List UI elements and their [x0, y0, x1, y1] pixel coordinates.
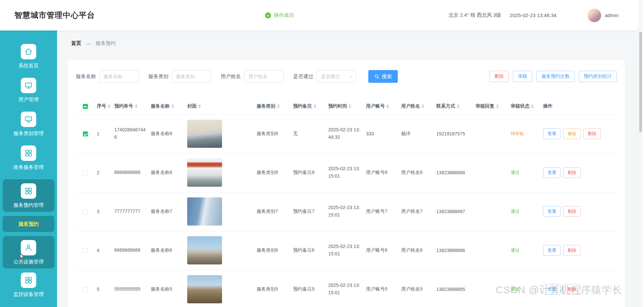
cell-remark: 预约备注8 — [291, 153, 326, 192]
cell-remark: 无 — [291, 114, 326, 153]
delete-button[interactable]: 删除 — [563, 245, 581, 256]
column-header-label: 预约时间 — [328, 103, 347, 109]
cell-user_name: 杨洋 — [399, 114, 434, 153]
delete-button[interactable]: 删除 — [583, 128, 601, 139]
column-header[interactable]: 联系方式 — [434, 98, 474, 114]
sidebar-item-服务预约[interactable]: 服务预约 — [3, 216, 54, 232]
column-header-label: 操作 — [543, 103, 552, 109]
sidebar-item-系统首页[interactable]: 系统首页 — [18, 44, 39, 69]
table-row: 28888888888服务名称8服务类别8预约备注82025-02-23 13:… — [76, 153, 617, 192]
cell-index: 4 — [95, 231, 112, 270]
column-header[interactable]: 审核状态 — [508, 98, 541, 114]
monitor-icon — [21, 78, 36, 93]
sort-carets-icon[interactable] — [422, 104, 424, 108]
table-header-row: 序号预约单号服务名称封面服务类别预约备注预约时间用户账号用户姓名联系方式审核回复… — [76, 98, 617, 114]
column-header[interactable]: 预约备注 — [291, 98, 326, 114]
cell-remark: 预约备注7 — [291, 192, 326, 231]
sidebar-item-label: 用户管理 — [18, 97, 39, 103]
delete-button[interactable]: 删除 — [563, 206, 581, 217]
edit-button[interactable]: 修改 — [563, 128, 581, 139]
sidebar-item-用户管理[interactable]: 用户管理 — [18, 78, 39, 103]
sort-carets-icon[interactable] — [531, 104, 534, 108]
sort-carets-icon[interactable] — [457, 104, 460, 108]
row-checkbox[interactable] — [83, 131, 88, 136]
toolbar-button-服务预约次数[interactable]: 服务预约次数 — [536, 71, 575, 82]
grid-icon — [21, 272, 36, 288]
filter-bar: 服务名称服务类别用户姓名是否通过 搜索 删除审核服务预约次数预约类别统计 — [68, 60, 625, 83]
column-header[interactable]: 预约时间 — [326, 98, 364, 114]
row-checkbox[interactable] — [83, 170, 88, 175]
sort-carets-icon[interactable] — [348, 104, 351, 108]
sort-carets-icon[interactable] — [496, 104, 499, 108]
toolbar-button-审核[interactable]: 审核 — [513, 71, 532, 82]
column-header[interactable]: 序号 — [95, 98, 112, 114]
select-all-checkbox[interactable] — [83, 104, 88, 109]
select-field[interactable] — [317, 70, 356, 83]
view-button[interactable]: 查看 — [543, 245, 560, 256]
sidebar-item-label: 政务服务管理 — [13, 164, 44, 171]
filter-group: 服务名称 — [76, 70, 139, 83]
column-header[interactable]: 预约单号 — [112, 98, 149, 114]
sort-carets-icon[interactable] — [135, 104, 138, 108]
sidebar-item-监控设备管理[interactable]: 监控设备管理 — [13, 272, 44, 298]
breadcrumb-separator: — — [86, 41, 91, 46]
row-checkbox[interactable] — [83, 248, 88, 253]
row-checkbox[interactable] — [83, 287, 88, 292]
app-title: 智慧城市管理中心平台 — [14, 10, 95, 20]
sidebar: 系统首页用户管理服务类别管理政务服务管理服务预约管理服务预约公共设施管理监控设备… — [0, 30, 57, 307]
column-header[interactable]: 封面 — [185, 98, 255, 114]
user-menu[interactable]: admin — [587, 8, 619, 22]
sort-carets-icon[interactable] — [314, 104, 316, 108]
view-button[interactable]: 查看 — [543, 167, 560, 178]
breadcrumb-home[interactable]: 首页 — [71, 40, 81, 47]
filter-group: 用户姓名 — [221, 70, 284, 83]
sidebar-item-政务服务管理[interactable]: 政务服务管理 — [13, 145, 44, 171]
view-button[interactable]: 查看 — [543, 128, 560, 139]
cell-phone: 13823888887 — [434, 192, 474, 231]
search-button[interactable]: 搜索 — [368, 70, 398, 83]
sort-carets-icon[interactable] — [171, 104, 174, 108]
view-button[interactable]: 查看 — [543, 206, 560, 217]
text-field[interactable] — [99, 70, 139, 83]
sidebar-item-服务类别管理[interactable]: 服务类别管理 — [13, 112, 44, 137]
cell-phone: 13823888888 — [434, 153, 474, 192]
toolbar-button-删除[interactable]: 删除 — [489, 71, 509, 82]
column-header-label: 服务类别 — [257, 103, 275, 109]
cover-image — [187, 159, 222, 187]
sort-carets-icon[interactable] — [277, 104, 280, 108]
cell-category: 服务类别5 — [255, 270, 291, 307]
cell-reply — [474, 153, 509, 192]
sort-carets-icon[interactable] — [198, 104, 201, 108]
sidebar-item-label: 系统首页 — [18, 63, 39, 69]
sidebar-item-公共设施管理[interactable]: 公共设施管理 — [3, 236, 54, 268]
text-field[interactable] — [172, 70, 211, 83]
column-header[interactable]: 服务名称 — [149, 98, 185, 114]
cell-phone: 15219187575 — [434, 114, 474, 153]
check-circle-icon — [265, 12, 271, 18]
column-header[interactable]: 服务类别 — [255, 98, 291, 114]
delete-button[interactable]: 删除 — [563, 167, 581, 178]
toolbar-button-预约类别统计[interactable]: 预约类别统计 — [579, 71, 617, 82]
cell-user_name: 用户姓名7 — [399, 192, 434, 231]
status-badge: 通过 — [511, 170, 519, 175]
avatar[interactable] — [587, 8, 601, 22]
filter-input — [99, 70, 139, 83]
text-field[interactable] — [244, 70, 284, 83]
cell-phone: 13823888885 — [434, 270, 474, 307]
sidebar-item-label: 服务预约 — [18, 221, 39, 227]
sort-carets-icon[interactable] — [386, 104, 389, 108]
cell-order_no: 1740289467446 — [112, 114, 149, 153]
row-checkbox[interactable] — [83, 209, 88, 214]
sort-carets-icon[interactable] — [108, 104, 110, 108]
cell-user_name: 用户姓名8 — [399, 153, 434, 192]
filter-group: 服务类别 — [148, 70, 211, 83]
column-header[interactable]: 用户账号 — [364, 98, 399, 114]
content-card: 服务名称服务类别用户姓名是否通过 搜索 删除审核服务预约次数预约类别统计 序号预… — [68, 60, 625, 307]
filter-select — [317, 70, 356, 83]
column-header: 操作 — [541, 98, 617, 114]
sidebar-item-服务预约管理[interactable]: 服务预约管理 — [3, 179, 54, 212]
column-header[interactable]: 用户姓名 — [399, 98, 434, 114]
column-header-label: 预约备注 — [293, 103, 312, 109]
scrollbar-thumb[interactable] — [639, 32, 642, 132]
column-header[interactable]: 审核回复 — [474, 98, 509, 114]
